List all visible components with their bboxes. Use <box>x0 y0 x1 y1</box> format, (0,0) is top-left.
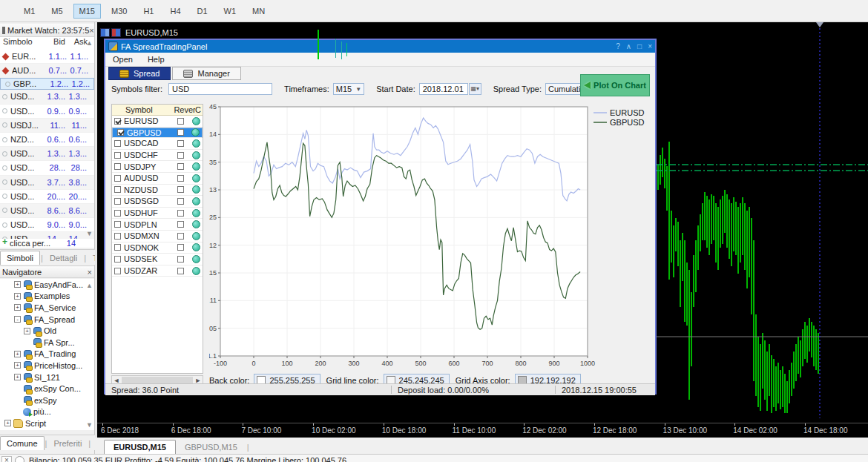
calendar-icon[interactable]: ▦▾ <box>469 83 481 95</box>
reverse-checkbox[interactable] <box>177 129 184 136</box>
expand-icon[interactable]: + <box>14 362 21 369</box>
navigator-item-exspy[interactable]: exSpy <box>0 395 94 406</box>
expand-icon[interactable]: + <box>14 351 21 357</box>
color-dot-icon[interactable] <box>192 220 200 228</box>
navigator-item-pricehistog-[interactable]: +PriceHistog... <box>0 360 94 372</box>
navigator-item-exspy-con-[interactable]: exSpy Con... <box>0 383 94 395</box>
color-dot-icon[interactable] <box>192 174 200 182</box>
timeframe-button-m5[interactable]: M5 <box>45 4 68 19</box>
color-dot-icon[interactable] <box>192 267 200 275</box>
market-watch-column-ask[interactable]: Ask <box>65 37 88 50</box>
menu-help[interactable]: Help <box>140 55 172 64</box>
symbol-checkbox[interactable] <box>114 152 121 159</box>
reverse-checkbox[interactable] <box>177 140 184 147</box>
start-date-input[interactable]: 2018.12.01 <box>419 83 468 95</box>
reverse-checkbox[interactable] <box>177 244 184 251</box>
menu-open[interactable]: Open <box>105 55 140 64</box>
collapse-icon[interactable]: - <box>14 316 21 323</box>
market-watch-row[interactable]: USD...28...28... <box>0 161 94 175</box>
timeframe-button-h1[interactable]: H1 <box>137 4 160 19</box>
navigator-item-fa-service[interactable]: +FA_Service <box>0 302 94 314</box>
symbol-row-usdjpy[interactable]: USDJPY <box>112 161 203 173</box>
navigator-item-fa-spread[interactable]: -FA_Spread <box>0 314 94 326</box>
timeframe-button-d1[interactable]: D1 <box>191 4 214 19</box>
market-watch-row[interactable]: EUR...1.1...1.1... <box>0 50 94 64</box>
navigator-item-fa-spr-[interactable]: FA Spr... <box>0 337 94 349</box>
market-watch-row[interactable]: USD...20....20.... <box>0 190 94 204</box>
symbol-row-usdzar[interactable]: USDZAR <box>112 265 203 277</box>
market-watch-row[interactable]: USD...9.0...9.0... <box>0 218 94 232</box>
chart-tab-gbpusd-m15[interactable]: GBPUSD,M15 <box>176 440 246 454</box>
symbol-row-usdchf[interactable]: USDCHF <box>112 150 203 162</box>
timeframe-button-w1[interactable]: W1 <box>218 4 243 19</box>
reverse-checkbox[interactable] <box>177 268 184 274</box>
market-watch-row[interactable]: NZD...0.6...0.6... <box>0 133 94 147</box>
navigator-item-examples[interactable]: +Examples <box>0 291 94 303</box>
expand-icon[interactable]: + <box>14 304 21 311</box>
scroll-up-icon[interactable]: ▲ <box>86 39 93 47</box>
table-column-c[interactable]: C <box>195 105 203 114</box>
symbol-row-gbpusd[interactable]: GBPUSD <box>112 128 203 139</box>
reverse-checkbox[interactable] <box>177 175 184 182</box>
reverse-checkbox[interactable] <box>177 221 184 228</box>
market-watch-column-bid[interactable]: Bid <box>42 37 65 50</box>
market-watch-row[interactable]: USD...14....14.... <box>0 232 94 239</box>
timeframe-button-mn[interactable]: MN <box>246 4 271 19</box>
reverse-checkbox[interactable] <box>177 198 184 205</box>
market-watch-row[interactable]: GBP...1.2...1.2... <box>0 78 94 90</box>
market-watch-row[interactable]: AUD...0.7...0.7... <box>0 64 94 78</box>
navigator-item-easyandfa-[interactable]: +EasyAndFa... <box>0 279 94 291</box>
color-dot-icon[interactable] <box>192 185 200 194</box>
color-dot-icon[interactable] <box>192 139 200 148</box>
timeframe-button-m30[interactable]: M30 <box>105 4 133 19</box>
scroll-right-icon[interactable]: ► <box>194 377 203 384</box>
symbol-row-usdnok[interactable]: USDNOK <box>112 242 203 254</box>
expand-icon[interactable]: + <box>4 420 11 426</box>
tab-dettagli[interactable]: Dettagli <box>44 251 83 265</box>
spread-chart[interactable]: 1.1451.141.1351.131.1251.121.1151.111.10… <box>209 99 658 374</box>
expand-icon[interactable]: + <box>14 374 21 380</box>
window-button-maximize[interactable]: □ <box>637 42 642 50</box>
tab-comune[interactable]: Comune <box>0 436 45 450</box>
reverse-checkbox[interactable] <box>177 118 184 125</box>
symbol-row-usdpln[interactable]: USDPLN <box>112 219 203 231</box>
timeframes-select[interactable]: M15▼ <box>333 83 364 95</box>
reverse-checkbox[interactable] <box>177 256 184 263</box>
tab-t[interactable]: T <box>87 251 95 265</box>
symbol-row-usdsgd[interactable]: USDSGD <box>112 196 203 208</box>
symbol-checkbox[interactable] <box>114 244 121 251</box>
color-dot-icon[interactable] <box>191 128 200 136</box>
symbol-checkbox[interactable] <box>114 175 121 182</box>
color-dot-icon[interactable] <box>192 162 200 171</box>
reverse-checkbox[interactable] <box>177 163 184 170</box>
reverse-checkbox[interactable] <box>177 152 184 159</box>
reverse-checkbox[interactable] <box>177 186 184 193</box>
market-watch-row[interactable]: USD...1.3...1.3... <box>0 90 94 104</box>
symbol-row-eurusd[interactable]: EURUSD <box>112 116 203 128</box>
reverse-checkbox[interactable] <box>177 210 184 217</box>
navigator-item-old[interactable]: +Old <box>0 325 94 337</box>
market-watch-close-button[interactable]: × <box>89 26 93 35</box>
symbol-row-nzdusd[interactable]: NZDUSD <box>112 185 203 197</box>
panel-tab-manager[interactable]: Manager <box>172 67 240 80</box>
timeframe-button-m1[interactable]: M1 <box>18 4 41 19</box>
market-watch-row[interactable]: USDJ...11...11... <box>0 119 94 133</box>
price-chart[interactable] <box>657 22 868 423</box>
color-dot-icon[interactable] <box>192 197 200 205</box>
scroll-left-icon[interactable]: ◄ <box>112 377 121 384</box>
window-button-close[interactable]: × <box>648 42 652 50</box>
symbol-row-usdcad[interactable]: USDCAD <box>112 138 203 150</box>
window-button-collapse[interactable]: ∧ <box>626 42 631 50</box>
symbol-row-audusd[interactable]: AUDUSD <box>112 173 203 185</box>
market-watch-column-simbolo[interactable]: Simbolo <box>0 37 42 50</box>
close-icon[interactable]: × <box>1 456 12 462</box>
timeframe-button-m15[interactable]: M15 <box>73 4 101 19</box>
symbols-filter-input[interactable]: USD <box>168 83 272 95</box>
market-watch-row[interactable]: USD...8.6...8.6... <box>0 204 94 218</box>
symbol-checkbox[interactable] <box>114 140 121 147</box>
chart-tab-eurusd-m15[interactable]: EURUSD,M15 <box>104 440 176 454</box>
market-watch-row[interactable]: USD...1.3...1.3... <box>0 147 94 161</box>
color-dot-icon[interactable] <box>192 151 200 159</box>
table-column-reverse[interactable]: Reverse <box>174 105 195 114</box>
symbol-checkbox[interactable] <box>114 233 121 240</box>
